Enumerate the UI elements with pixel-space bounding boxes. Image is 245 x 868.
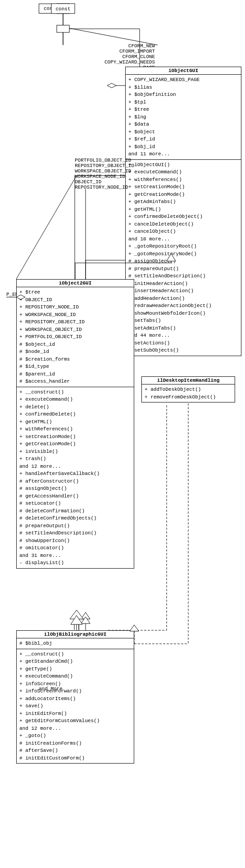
ilDesktopItemHandling-box: ilDesktopItemHandling + addToDeskObject(…: [141, 376, 235, 402]
svg-line-1: [63, 27, 158, 45]
iObjectGUI-properties: + COPY_WIZARD_NEEDS_PAGE + $ilias + $obj…: [126, 75, 241, 160]
const-box: const: [39, 4, 64, 14]
iObject2GUI-title: iObject2GUI: [17, 280, 134, 287]
iObjectGUI-methods: + iObjectGUI() + executeCommand() + with…: [126, 160, 241, 356]
const-label: const: [44, 6, 59, 11]
ilObjBibliographicGUI-box: ilObjBibliographicGUI # $bibl_obj + __co…: [16, 630, 134, 764]
svg-marker-11: [81, 617, 90, 624]
ilObjBibliographicGUI-title: ilObjBibliographicGUI: [17, 631, 134, 638]
ilDesktopItemHandling-methods: + addToDeskObject() + removeFromDeskObje…: [142, 384, 235, 402]
svg-marker-38: [71, 615, 82, 624]
iObject2GUI-methods: + __construct() + executeCommand() + del…: [17, 387, 134, 568]
svg-rect-22: [57, 25, 69, 32]
ilDesktopItemHandling-title: ilDesktopItemHandling: [142, 377, 235, 384]
svg-marker-37: [70, 610, 83, 619]
svg-marker-26: [107, 83, 116, 88]
iObject2GUI-properties: + $tree + OBJECT_ID + REPOSITORY_NODE_ID…: [17, 287, 134, 387]
ilObjBibliographicGUI-properties: # $bibl_obj: [17, 638, 134, 649]
iObject2GUI-box: iObject2GUI + $tree + OBJECT_ID + REPOSI…: [16, 279, 134, 569]
ilObjBibliographicGUI-methods: + __construct() + getStandardCmd() + get…: [17, 649, 134, 764]
iObjectGUI-title: iObjectGUI: [126, 67, 241, 75]
diagram-container: const CFORM_NEW CFORM_IMPORT CFORM_CLONE…: [0, 0, 245, 868]
iObjectGUI-box: iObjectGUI + COPY_WIZARD_NEEDS_PAGE + $i…: [125, 67, 241, 356]
svg-line-18: [16, 176, 77, 279]
cform-labels: CFORM_NEW CFORM_IMPORT CFORM_CLONE COPY_…: [104, 43, 155, 70]
portfolio-labels: PORTFOLIO_OBJECT_ID REPOSITORY_OBJECT_ID…: [75, 158, 134, 190]
and-more-label: and More: [39, 686, 63, 692]
svg-marker-10: [81, 612, 90, 619]
